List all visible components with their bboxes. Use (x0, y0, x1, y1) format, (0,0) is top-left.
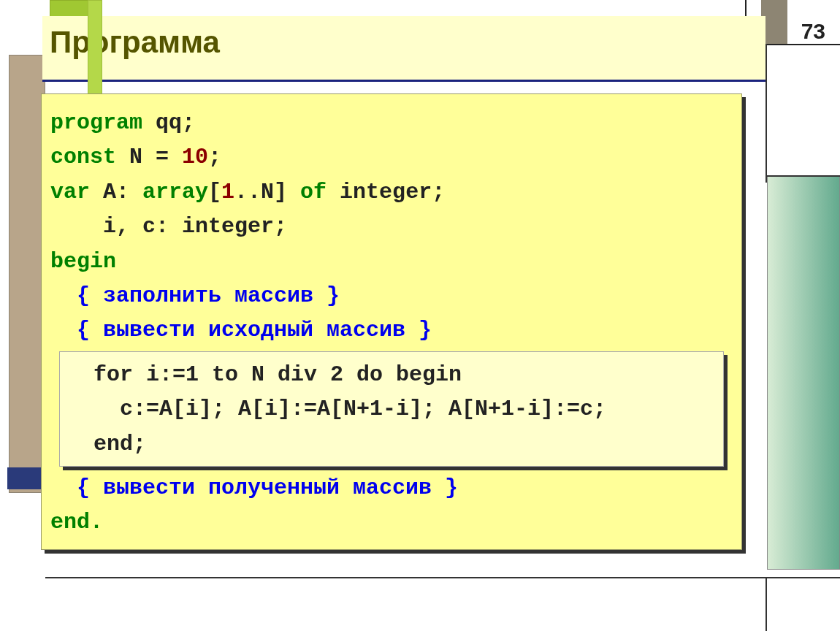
deco-line (765, 175, 840, 177)
page-number: 73 (801, 19, 825, 44)
slide-title-bar: Программа (42, 16, 765, 82)
code-line: end; (67, 427, 716, 462)
deco-rect (7, 467, 45, 489)
highlight-block: for i:=1 to N div 2 do begin c:=A[i]; A[… (59, 351, 724, 467)
code-line: var A: array[1..N] of integer; (50, 175, 733, 210)
code-comment: { вывести полученный массив } (50, 471, 733, 505)
code-comment: { заполнить массив } (50, 279, 733, 313)
code-line: for i:=1 to N div 2 do begin (67, 358, 716, 392)
code-line: end. (50, 505, 733, 540)
deco-frame (765, 577, 840, 631)
slide-title: Программа (50, 25, 765, 60)
deco-rect (9, 55, 45, 493)
code-line: const N = 10; (50, 140, 733, 175)
deco-line (765, 44, 767, 183)
code-line: c:=A[i]; A[i]:=A[N+1-i]; A[N+1-i]:=c; (67, 392, 716, 427)
code-block: program qq; const N = 10; var A: array[1… (41, 93, 742, 550)
code-line: program qq; (50, 106, 733, 140)
deco-line (45, 577, 776, 578)
code-comment: { вывести исходный массив } (50, 313, 733, 348)
code-line: i, c: integer; (50, 210, 733, 244)
code-line: begin (50, 245, 733, 279)
deco-rect (767, 175, 840, 570)
